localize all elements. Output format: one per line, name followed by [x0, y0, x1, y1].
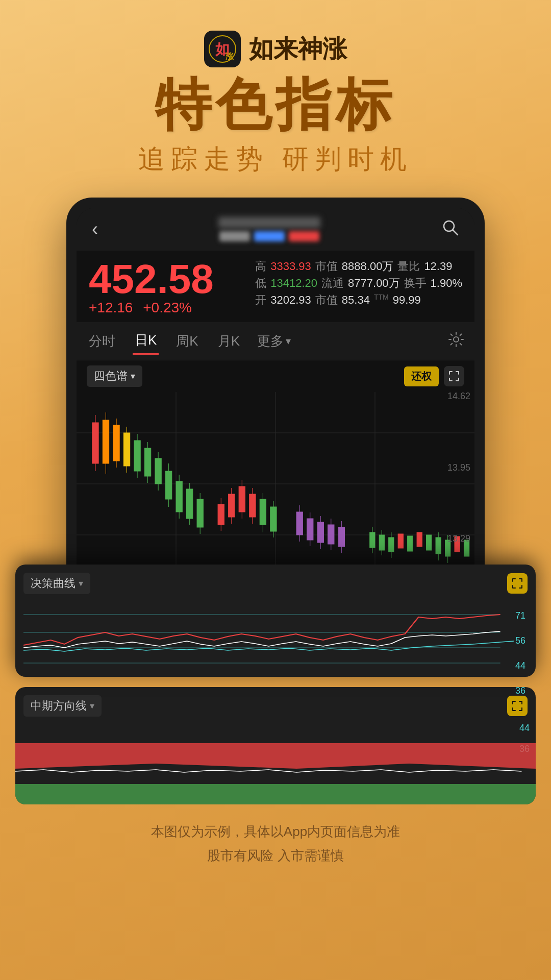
- indicator-chart-2: [15, 743, 536, 804]
- footer-line-1: 本图仅为示例，具体以App内页面信息为准: [20, 820, 531, 844]
- svg-rect-87: [398, 534, 403, 548]
- blurred-name-bar: [218, 217, 320, 228]
- blurred-tag-1: [219, 231, 250, 241]
- app-logo: 如 涨: [204, 31, 241, 67]
- svg-rect-48: [229, 494, 235, 517]
- tab-分时[interactable]: 分时: [87, 328, 117, 354]
- svg-rect-45: [218, 504, 224, 525]
- svg-rect-90: [427, 535, 432, 550]
- svg-rect-12: [92, 423, 98, 463]
- stat-row-2: 低 13412.20 流通 8777.00万 换手 1.90%: [255, 276, 462, 291]
- stock-price: 452.58: [89, 259, 214, 300]
- svg-rect-72: [328, 525, 334, 544]
- footer-line-2: 股市有风险 入市需谨慎: [20, 844, 531, 868]
- svg-rect-89: [417, 532, 422, 547]
- phone-mockup: ‹ 452.58: [66, 198, 485, 595]
- svg-rect-36: [176, 481, 182, 512]
- indicator-header-2: 中期方向线 ▾: [15, 687, 536, 725]
- svg-marker-103: [15, 743, 536, 769]
- indicator-title-1[interactable]: 决策曲线 ▾: [23, 573, 90, 594]
- price-row: 452.58 +12.16 +0.23% 高 3333.93 市值 8888.0…: [89, 259, 462, 316]
- stock-name-blurred: [218, 217, 320, 241]
- svg-rect-51: [239, 486, 245, 512]
- svg-rect-69: [317, 522, 323, 543]
- stat-row-3: 开 3202.93 市值 85.34 TTM 99.99: [255, 292, 462, 308]
- stat-row-1: 高 3333.93 市值 8888.00万 量比 12.39: [255, 259, 462, 274]
- indicator-expand-1[interactable]: [507, 573, 528, 594]
- level-44: 44: [515, 660, 525, 671]
- blurred-tag-3: [289, 231, 319, 241]
- app-name: 如来神涨: [249, 33, 347, 65]
- back-button[interactable]: ‹: [92, 218, 98, 240]
- tab-more[interactable]: 更多▾: [257, 332, 291, 350]
- svg-rect-75: [338, 527, 344, 547]
- svg-rect-54: [249, 494, 256, 517]
- candlestick-chart: [77, 392, 474, 581]
- svg-rect-33: [165, 471, 171, 499]
- chart-toolbar: 四色谱 ▾ 还权: [77, 360, 474, 392]
- svg-rect-81: [379, 535, 384, 550]
- price-level-high: 14.62: [447, 391, 470, 402]
- chart-selector[interactable]: 四色谱 ▾: [87, 365, 142, 387]
- svg-rect-18: [113, 425, 119, 461]
- price-section: 452.58 +12.16 +0.23% 高 3333.93 市值 8888.0…: [77, 251, 474, 322]
- svg-rect-27: [144, 448, 151, 476]
- price-change: +12.16 +0.23%: [89, 300, 214, 316]
- svg-rect-88: [408, 536, 413, 551]
- footer: 本图仅为示例，具体以App内页面信息为准 股市有风险 入市需谨慎: [0, 804, 551, 888]
- phone-topbar: ‹: [77, 208, 474, 251]
- tab-月K[interactable]: 月K: [216, 328, 242, 354]
- indicator-levels-1: 71 56 44 36: [515, 610, 525, 696]
- chart-area: 四色谱 ▾ 还权 14.62 13.95 13.29: [77, 360, 474, 585]
- svg-rect-42: [197, 499, 203, 527]
- app-header: 如 涨 如来神涨 特色指标 追踪走势 研判时机: [0, 0, 551, 177]
- chart-buttons: 还权: [404, 366, 464, 386]
- blurred-tags: [219, 231, 319, 241]
- svg-rect-91: [436, 537, 441, 554]
- indicator-expand-2[interactable]: [507, 696, 528, 716]
- svg-rect-63: [296, 512, 303, 535]
- logo-row: 如 涨 如来神涨: [204, 31, 347, 67]
- phone-screen: ‹ 452.58: [77, 208, 474, 585]
- indicator-panel-2: 中期方向线 ▾ 44 36: [15, 687, 536, 804]
- indicator-header-1: 决策曲线 ▾: [23, 573, 528, 594]
- level-56: 56: [515, 635, 525, 646]
- level-36: 36: [515, 685, 525, 696]
- svg-rect-66: [307, 519, 313, 540]
- svg-rect-84: [389, 537, 394, 552]
- blurred-tag-2: [254, 231, 285, 241]
- tab-日K[interactable]: 日K: [133, 327, 159, 355]
- price-stats-right: 高 3333.93 市值 8888.00万 量比 12.39 低 13412.2…: [255, 259, 462, 308]
- page-title-sub: 追踪走势 研判时机: [138, 141, 413, 177]
- price-levels: 14.62 13.95 13.29: [447, 391, 470, 544]
- svg-rect-24: [134, 440, 140, 471]
- price-level-mid: 13.95: [447, 462, 470, 473]
- svg-line-4: [453, 230, 458, 235]
- indicator-chart-1: 71 56 44 36: [23, 599, 528, 683]
- svg-rect-21: [123, 433, 130, 466]
- indicator-panel-1: 决策曲线 ▾ 71 56 44 36: [15, 565, 536, 677]
- svg-rect-57: [260, 499, 266, 525]
- svg-rect-78: [370, 532, 375, 548]
- level2-44: 44: [519, 723, 530, 733]
- svg-rect-30: [155, 458, 161, 484]
- restore-button[interactable]: 还权: [404, 366, 439, 386]
- svg-marker-104: [15, 784, 536, 804]
- svg-rect-15: [103, 420, 109, 463]
- chart-settings-icon[interactable]: [448, 331, 464, 351]
- expand-button[interactable]: [444, 366, 464, 386]
- price-left: 452.58 +12.16 +0.23%: [89, 259, 214, 316]
- price-level-low: 13.29: [447, 533, 470, 544]
- page-title-main: 特色指标: [155, 74, 396, 135]
- level-71: 71: [515, 610, 525, 621]
- svg-rect-39: [187, 489, 193, 519]
- search-button[interactable]: [441, 218, 459, 241]
- svg-rect-60: [270, 507, 277, 531]
- indicator-title-2[interactable]: 中期方向线 ▾: [23, 695, 102, 717]
- tab-周K[interactable]: 周K: [174, 328, 200, 354]
- svg-point-5: [454, 337, 459, 342]
- svg-text:涨: 涨: [226, 52, 234, 61]
- chart-tabs: 分时 日K 周K 月K 更多▾: [77, 322, 474, 360]
- selector-dropdown-icon: ▾: [131, 371, 135, 382]
